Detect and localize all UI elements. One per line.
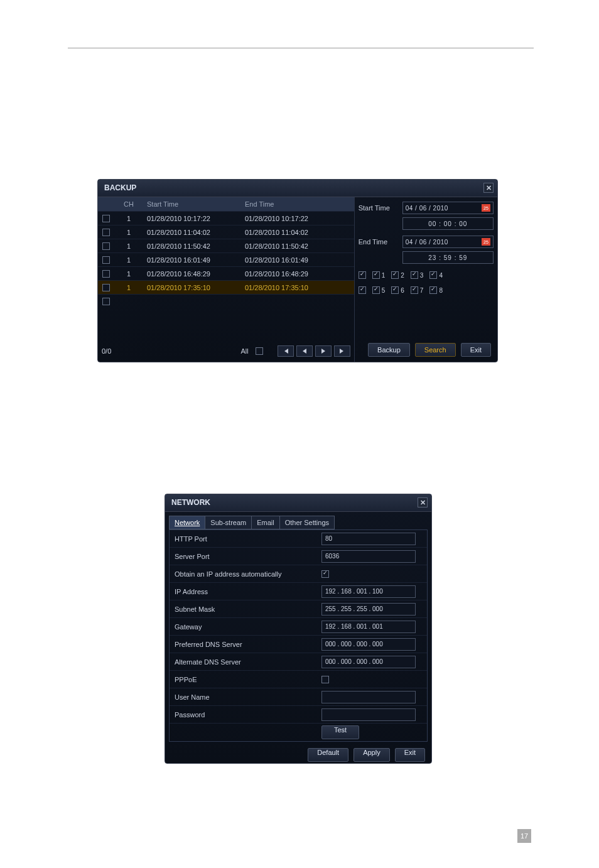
test-button[interactable]: Test [321,725,359,739]
cell-ch: 1 [114,256,143,264]
apply-button[interactable]: Apply [353,748,390,762]
channel-item[interactable]: 3 [411,271,424,279]
channel-checkbox[interactable] [372,286,380,294]
cell-start: 01/28/2010 10:17:22 [143,215,241,222]
pppoe-checkbox[interactable] [321,676,329,683]
gateway-input[interactable]: 192 . 168 . 001 . 001 [321,621,416,633]
exit-button[interactable]: Exit [461,343,491,357]
row-checkbox[interactable] [102,229,110,236]
backup-button[interactable]: Backup [368,343,410,357]
adns-input[interactable]: 000 . 000 . 000 . 000 [321,656,416,668]
channel-checkbox[interactable] [391,286,399,294]
tab-sub-stream[interactable]: Sub-stream [205,516,252,529]
start-time-input[interactable]: 00 : 00 : 00 [402,217,494,230]
server-port-input[interactable]: 6036 [321,550,416,563]
start-date-input[interactable]: 04 / 06 / 2010 25 [402,202,494,214]
pass-label: Password [170,711,318,719]
table-row[interactable]: 101/28/2010 11:50:4201/28/2010 11:50:42 [98,239,354,252]
channel-checkbox[interactable] [429,271,437,279]
pager: 0/0 All [102,344,350,358]
col-start: Start Time [143,200,241,208]
channel-item[interactable]: 5 [372,286,386,294]
channel-item[interactable]: 7 [411,286,424,294]
start-date-value: 04 / 06 / 2010 [406,205,448,212]
network-form: HTTP Port80 Server Port6036 Obtain an IP… [169,529,428,742]
cell-start: 01/28/2010 11:50:42 [143,242,241,250]
pass-input[interactable] [321,708,416,721]
channel-checkbox[interactable] [411,271,418,279]
channel-checkbox[interactable] [429,286,437,294]
prev-page-button[interactable] [296,345,313,357]
subnet-input[interactable]: 255 . 255 . 255 . 000 [321,603,416,616]
row-checkbox[interactable] [102,215,110,222]
tab-network[interactable]: Network [169,516,205,529]
cell-end: 01/28/2010 16:01:49 [241,256,339,264]
backup-window: BACKUP ✕ CH Start Time End Time 101/28/2… [97,179,498,362]
calendar-icon[interactable]: 25 [482,204,490,212]
http-port-label: HTTP Port [170,535,318,543]
http-port-input[interactable]: 80 [321,533,416,545]
row-checkbox[interactable] [102,284,110,291]
end-date-input[interactable]: 04 / 06 / 2010 25 [402,236,494,248]
cell-ch: 1 [114,242,143,250]
cell-ch: 1 [114,284,143,291]
tab-email[interactable]: Email [251,516,280,529]
cell-end: 01/28/2010 17:35:10 [241,284,339,291]
page-count: 0/0 [102,347,111,355]
calendar-icon[interactable]: 25 [482,238,490,246]
channel-checkbox[interactable] [391,271,399,279]
channel-item[interactable]: 4 [429,271,443,279]
end-time-input[interactable]: 23 : 59 : 59 [402,251,494,264]
channel-item[interactable]: 8 [429,286,443,294]
col-ch: CH [114,200,143,208]
row-checkbox[interactable] [102,242,110,250]
cell-end: 01/28/2010 11:50:42 [241,242,339,250]
exit-button[interactable]: Exit [395,748,425,762]
cell-end: 01/28/2010 10:17:22 [241,215,339,222]
cell-ch: 1 [114,270,143,278]
channel-checkbox[interactable] [372,271,380,279]
pdns-input[interactable]: 000 . 000 . 000 . 000 [321,638,416,651]
table-row[interactable]: 101/28/2010 17:35:1001/28/2010 17:35:10 [98,280,354,294]
channel-item[interactable]: 6 [391,286,404,294]
user-input[interactable] [321,691,416,703]
cell-start: 01/28/2010 16:48:29 [143,270,241,278]
channel-label: 5 [382,287,386,294]
first-page-button[interactable] [278,345,294,357]
ip-input[interactable]: 192 . 168 . 001 . 100 [321,585,416,598]
select-all-channels-checkbox-2[interactable] [359,286,366,294]
tab-other-settings[interactable]: Other Settings [279,516,335,529]
page-number: 17 [517,829,531,843]
default-button[interactable]: Default [308,748,348,762]
end-time-label: End Time [359,238,402,246]
cell-start: 01/28/2010 17:35:10 [143,284,241,291]
channel-label: 6 [401,287,404,294]
end-date-value: 04 / 06 / 2010 [406,239,448,246]
table-row[interactable]: 101/28/2010 11:04:0201/28/2010 11:04:02 [98,225,354,239]
close-icon[interactable]: ✕ [418,497,428,507]
table-row[interactable]: 101/28/2010 10:17:2201/28/2010 10:17:22 [98,211,354,225]
table-row[interactable]: 101/28/2010 16:48:2901/28/2010 16:48:29 [98,266,354,280]
search-button[interactable]: Search [415,343,456,357]
close-icon[interactable]: ✕ [483,183,494,193]
auto-ip-label: Obtain an IP address automatically [170,570,318,578]
network-title: NETWORK [171,498,210,507]
all-checkbox[interactable] [256,347,263,355]
table-row[interactable]: 101/28/2010 16:01:4901/28/2010 16:01:49 [98,252,354,266]
channel-label: 4 [439,272,443,279]
backup-table: CH Start Time End Time 101/28/2010 10:17… [98,197,355,362]
cell-start: 01/28/2010 16:01:49 [143,256,241,264]
channel-checkbox[interactable] [411,286,418,294]
pppoe-label: PPPoE [170,676,318,683]
row-checkbox[interactable] [102,256,110,264]
select-all-channels-checkbox[interactable] [359,271,366,279]
channel-item[interactable]: 2 [391,271,404,279]
next-page-button[interactable] [315,345,332,357]
row-checkbox[interactable] [102,270,110,278]
adns-label: Alternate DNS Server [170,658,318,666]
cell-ch: 1 [114,229,143,236]
row-checkbox[interactable] [102,298,110,305]
channel-item[interactable]: 1 [372,271,386,279]
last-page-button[interactable] [334,345,350,357]
auto-ip-checkbox[interactable] [321,570,329,578]
